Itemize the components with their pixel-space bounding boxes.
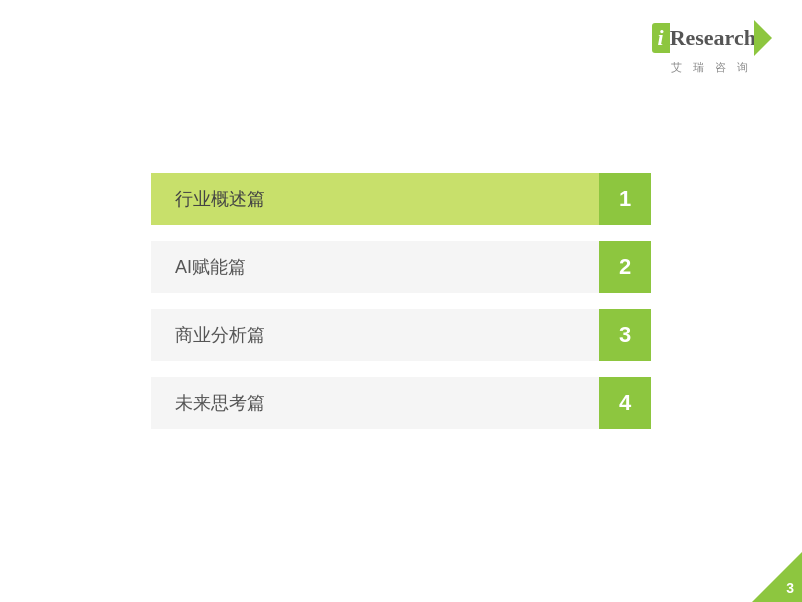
menu-item-4[interactable]: 未来思考篇 4 [151, 377, 651, 429]
logo-i-icon: i [652, 23, 670, 53]
menu-item-3[interactable]: 商业分析篇 3 [151, 309, 651, 361]
menu-list: 行业概述篇 1 AI赋能篇 2 商业分析篇 3 未来思考篇 4 [151, 173, 651, 429]
menu-item-3-number: 3 [599, 309, 651, 361]
menu-item-2-label: AI赋能篇 [151, 241, 599, 293]
logo-research-text: Research [670, 25, 756, 51]
logo-area: i Research 艾 瑞 咨 询 [652, 20, 772, 75]
menu-item-2[interactable]: AI赋能篇 2 [151, 241, 651, 293]
menu-item-3-label: 商业分析篇 [151, 309, 599, 361]
logo-subtext: 艾 瑞 咨 询 [671, 60, 752, 75]
main-content: 行业概述篇 1 AI赋能篇 2 商业分析篇 3 未来思考篇 4 [0, 0, 802, 602]
logo-triangle-icon [754, 20, 772, 56]
menu-item-1-label: 行业概述篇 [151, 173, 599, 225]
page-corner-decoration [752, 552, 802, 602]
slide: i Research 艾 瑞 咨 询 行业概述篇 1 AI赋能篇 2 商业分析篇… [0, 0, 802, 602]
page-number: 3 [786, 580, 794, 596]
menu-item-1[interactable]: 行业概述篇 1 [151, 173, 651, 225]
menu-item-1-number: 1 [599, 173, 651, 225]
logo-badge: i Research [652, 20, 772, 56]
menu-item-4-label: 未来思考篇 [151, 377, 599, 429]
menu-item-4-number: 4 [599, 377, 651, 429]
menu-item-2-number: 2 [599, 241, 651, 293]
